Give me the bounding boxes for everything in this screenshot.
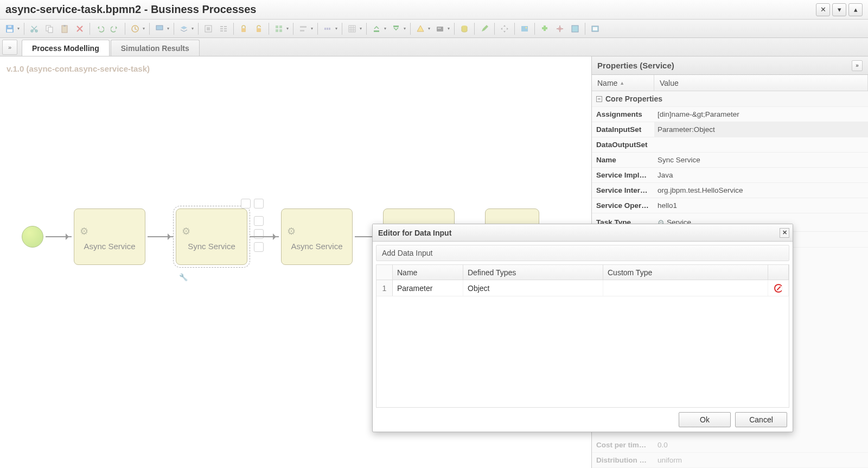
prop-value[interactable] (654, 137, 868, 152)
section-core-properties[interactable]: − Core Properties (592, 91, 868, 107)
start-event[interactable] (22, 226, 43, 248)
grid-dropdown-icon[interactable]: ▾ (359, 26, 363, 31)
cancel-button[interactable]: Cancel (735, 412, 787, 427)
unlock-icon[interactable] (252, 22, 265, 35)
export-icon[interactable] (370, 22, 383, 35)
prop-value: 0.0 (654, 441, 868, 449)
tab-process-modelling[interactable]: Process Modelling (22, 40, 110, 56)
col-custom-type-header[interactable]: Custom Type (603, 265, 768, 280)
col-name-header[interactable]: Name▲ (592, 75, 654, 91)
prop-value[interactable]: Sync Service (654, 153, 868, 167)
simulate-dropdown-icon[interactable]: ▾ (446, 26, 451, 31)
sequence-flow[interactable] (46, 236, 72, 237)
distribute-dropdown-icon[interactable]: ▾ (334, 26, 339, 31)
add-data-input-button[interactable]: Add Data Input (376, 245, 789, 261)
prop-value[interactable]: Java (654, 168, 868, 182)
prop-value[interactable]: org.jbpm.test.HelloService (654, 183, 868, 198)
tab-simulation-results[interactable]: Simulation Results (111, 40, 200, 56)
cell-defined-type[interactable]: Object (463, 280, 603, 296)
row-index: 1 (376, 280, 393, 296)
task-async-service-1[interactable]: ⚙ Async Service (74, 208, 145, 265)
sequence-flow[interactable] (148, 236, 174, 237)
delete-row-icon[interactable] (774, 284, 783, 293)
close-button[interactable]: ✕ (816, 3, 830, 16)
database-icon[interactable] (458, 22, 471, 35)
plugin2-icon[interactable] (553, 22, 566, 35)
fit-icon[interactable] (202, 22, 215, 35)
prop-cost-per-time: Cost per tim… 0.0 (592, 438, 868, 453)
validate-dropdown-icon[interactable]: ▾ (427, 26, 431, 31)
ok-button[interactable]: Ok (679, 412, 731, 427)
compact-icon[interactable] (217, 22, 230, 35)
layers-icon[interactable] (177, 22, 190, 35)
grid-icon[interactable] (346, 22, 359, 35)
prop-value[interactable]: hello1 (654, 198, 868, 213)
validate-icon[interactable] (414, 22, 427, 35)
save-icon[interactable] (3, 22, 16, 35)
task-async-service-2[interactable]: ⚙ Async Service (281, 208, 353, 265)
close-icon[interactable]: ✕ (780, 228, 789, 238)
prop-key: Assignments (592, 110, 654, 118)
align-dropdown-icon[interactable]: ▾ (310, 26, 314, 31)
plugin-icon[interactable] (538, 22, 551, 35)
context-action-2[interactable] (254, 199, 264, 208)
dropdown-button[interactable]: ▾ (832, 3, 846, 16)
prop-assignments: Assignments [din]name-&gt;Parameter (592, 107, 868, 122)
collapse-icon[interactable]: − (596, 96, 602, 102)
task-sync-service-1[interactable]: ⚙ Sync Service (176, 208, 247, 265)
history-dropdown-icon[interactable]: ▾ (142, 26, 146, 31)
cell-custom-type[interactable] (603, 280, 768, 296)
table-row[interactable]: 1 Parameter Object (376, 280, 789, 296)
collapse-up-button[interactable]: ▴ (848, 3, 863, 16)
paste-icon[interactable] (58, 22, 71, 35)
save-dropdown-icon[interactable]: ▾ (16, 26, 21, 31)
copy-icon[interactable] (43, 22, 56, 35)
group-icon[interactable] (272, 22, 285, 35)
group-dropdown-icon[interactable]: ▾ (285, 26, 290, 31)
zoom-icon[interactable] (153, 22, 166, 35)
expand-panel-button[interactable]: » (852, 60, 863, 71)
screenshot-icon[interactable] (518, 22, 531, 35)
simulate-icon[interactable] (433, 22, 446, 35)
import-icon[interactable] (390, 22, 403, 35)
selection-toolbar (241, 199, 264, 208)
task-label: Async Service (84, 242, 135, 251)
redo-icon[interactable] (108, 22, 122, 35)
layers-dropdown-icon[interactable]: ▾ (190, 26, 195, 31)
prop-key: Service Oper… (592, 201, 654, 210)
lock-icon[interactable] (237, 22, 250, 35)
export-dropdown-icon[interactable]: ▾ (383, 26, 387, 31)
context-action-5[interactable] (254, 242, 264, 252)
distribute-icon[interactable] (321, 22, 334, 35)
zoom-dropdown-icon[interactable]: ▾ (166, 26, 170, 31)
cell-name[interactable]: Parameter (393, 280, 463, 296)
context-action-4[interactable] (254, 229, 264, 239)
settings-icon[interactable] (569, 22, 582, 35)
prop-value[interactable]: Parameter:Object (654, 122, 868, 137)
collapse-palette-button[interactable]: » (2, 40, 17, 55)
import-dropdown-icon[interactable]: ▾ (403, 26, 407, 31)
prop-key: Name (592, 156, 654, 164)
col-defined-types-header[interactable]: Defined Types (463, 265, 603, 280)
table-header: Name Defined Types Custom Type (376, 265, 789, 280)
svg-point-28 (439, 28, 441, 29)
col-value-header[interactable]: Value (654, 75, 868, 91)
sequence-flow[interactable] (250, 236, 279, 237)
move-icon[interactable] (498, 22, 511, 35)
svg-point-27 (438, 28, 439, 29)
fullscreen-icon[interactable] (589, 22, 602, 35)
align-icon[interactable] (297, 22, 310, 35)
cut-icon[interactable] (28, 22, 41, 35)
context-action-3[interactable] (254, 216, 264, 226)
wrench-icon[interactable]: 🔧 (179, 273, 188, 281)
prop-key: DataOutputSet (592, 141, 654, 149)
delete-icon[interactable] (73, 22, 86, 35)
history-icon[interactable] (129, 22, 142, 35)
tab-row: » Process Modelling Simulation Results (0, 38, 868, 56)
undo-icon[interactable] (93, 22, 106, 35)
pencil-icon[interactable] (478, 22, 491, 35)
col-name-header[interactable]: Name (393, 265, 463, 280)
sort-asc-icon: ▲ (620, 80, 624, 86)
context-action-1[interactable] (241, 199, 251, 208)
prop-value[interactable]: [din]name-&gt;Parameter (654, 107, 868, 122)
